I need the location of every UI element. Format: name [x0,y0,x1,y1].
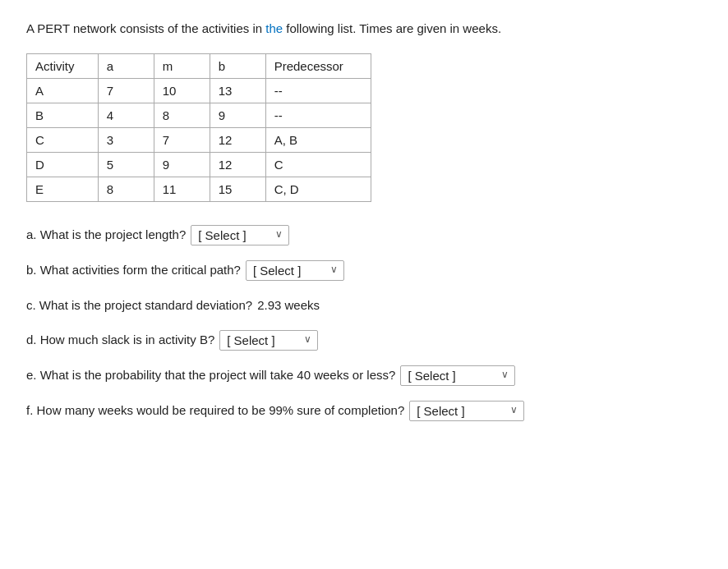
question-f-select-wrapper: [ Select ] [409,401,524,421]
question-d-select-wrapper: [ Select ] [219,330,318,351]
col-header-m: m [154,53,210,78]
activity-table: Activity a m b Predecessor A71013--B489-… [26,53,371,202]
table-cell-m: 7 [154,127,210,152]
table-cell-b: 15 [210,177,265,201]
table-cell-predecessor: A, B [265,127,371,152]
table-cell-predecessor: C, D [265,177,371,201]
table-cell-m: 9 [154,152,210,177]
intro-paragraph: A PERT network consists of the activitie… [26,20,702,39]
question-b-label: b. What activities form the critical pat… [26,260,241,280]
table-cell-a: 3 [98,127,154,152]
question-c-row: c. What is the project standard deviatio… [26,296,702,315]
question-c-answer: 2.93 weeks [257,296,320,315]
question-a-row: a. What is the project length? [ Select … [26,225,702,245]
question-e-label: e. What is the probability that the proj… [26,365,395,385]
table-cell-activity: C [27,127,99,152]
table-cell-activity: E [27,177,99,201]
question-b-select[interactable]: [ Select ] [246,260,344,281]
highlight-word: the [265,21,283,35]
table-row: D5912C [27,152,371,177]
question-d-select[interactable]: [ Select ] [219,330,318,351]
question-d-row: d. How much slack is in activity B? [ Se… [26,330,702,351]
question-b-select-wrapper: [ Select ] [246,260,344,281]
table-row: A71013-- [27,78,371,103]
table-row: B489-- [27,103,371,127]
question-c-label: c. What is the project standard deviatio… [26,296,252,315]
table-cell-activity: D [27,152,99,177]
question-a-label: a. What is the project length? [26,225,186,245]
table-row: E81115C, D [27,177,371,201]
question-a-select-wrapper: [ Select ] [191,225,289,245]
table-cell-a: 4 [98,103,154,127]
question-e-select-wrapper: [ Select ] [400,365,515,386]
table-cell-m: 10 [154,78,210,103]
questions-section: a. What is the project length? [ Select … [26,225,702,421]
table-cell-a: 5 [98,152,154,177]
question-f-select[interactable]: [ Select ] [409,401,524,421]
table-cell-b: 13 [210,78,265,103]
question-e-row: e. What is the probability that the proj… [26,365,702,386]
table-cell-predecessor: C [265,152,371,177]
table-cell-predecessor: -- [265,103,371,127]
table-cell-a: 8 [98,177,154,201]
col-header-a: a [98,53,154,78]
table-cell-activity: A [27,78,99,103]
table-cell-m: 11 [154,177,210,201]
question-f-row: f. How many weeks would be required to b… [26,401,702,421]
table-cell-predecessor: -- [265,78,371,103]
table-cell-b: 9 [210,103,265,127]
table-cell-b: 12 [210,127,265,152]
question-f-label: f. How many weeks would be required to b… [26,401,404,420]
table-cell-m: 8 [154,103,210,127]
table-cell-activity: B [27,103,99,127]
table-row: C3712A, B [27,127,371,152]
question-b-row: b. What activities form the critical pat… [26,260,702,281]
col-header-predecessor: Predecessor [265,53,371,78]
question-d-label: d. How much slack is in activity B? [26,330,214,350]
col-header-activity: Activity [27,53,99,78]
question-e-select[interactable]: [ Select ] [400,365,515,386]
question-a-select[interactable]: [ Select ] [191,225,289,245]
table-cell-b: 12 [210,152,265,177]
table-cell-a: 7 [98,78,154,103]
col-header-b: b [210,53,265,78]
